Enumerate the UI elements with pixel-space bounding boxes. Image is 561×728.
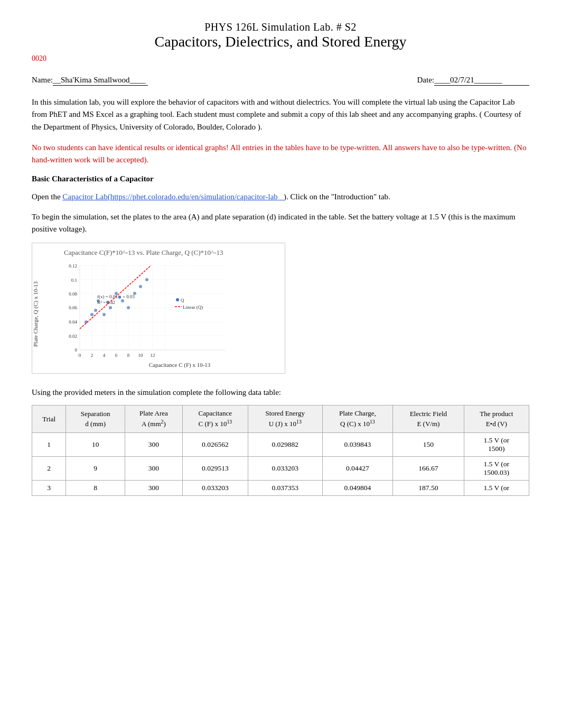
svg-text:6: 6 [115,353,118,358]
col-header-separation: Separationd (mm) [66,406,125,433]
svg-point-40 [145,278,148,281]
table-cell: 1 [32,432,66,456]
svg-point-37 [127,306,130,309]
svg-point-31 [90,313,94,316]
warning-text: No two students can have identical resul… [32,142,529,167]
table-cell: 0.049804 [322,480,393,495]
page-main-title: Capacitors, Dielectrics, and Stored Ener… [32,33,529,50]
date-label: Date: [417,76,434,85]
name-date-row: Name: __Sha'Kima Smallwood____ Date: ___… [32,76,529,86]
chart-area: Plate Charge, Q (C) x 10-13 [32,260,279,368]
link-url: https://phet.colorado.edu/en/simulation/… [110,192,278,201]
svg-text:0.1: 0.1 [71,278,77,283]
table-cell: 0.026562 [182,432,248,456]
col-header-product: The productE•d (V) [464,406,529,433]
doc-id: 0020 [32,54,529,63]
svg-text:0.08: 0.08 [69,291,77,297]
svg-point-39 [139,285,142,288]
page-title-block: PHYS 126L Simulation Lab. # S2 Capacitor… [32,21,529,50]
svg-text:R² = 0.42: R² = 0.42 [97,300,115,305]
table-cell: 300 [125,480,182,495]
intro-paragraph: In this simulation lab, you will explore… [32,96,529,133]
col-header-capacitance: CapacitanceC (F) x 1013 [182,406,248,433]
svg-text:0: 0 [79,353,81,358]
svg-text:10: 10 [138,353,144,358]
table-cell: 0.04427 [322,456,393,480]
svg-point-47 [176,298,179,301]
table-cell: 300 [125,432,182,456]
instruction1-post: ). Click on the "Introduction" tab. [284,192,390,201]
section-heading: Basic Characteristics of a Capacitor [32,174,529,183]
date-value: ____02/7/21_______ [434,76,529,86]
svg-text:0: 0 [75,347,78,353]
col-header-efield: Electric FieldE (V/m) [393,406,464,433]
svg-text:0.02: 0.02 [69,334,77,339]
chart-inner: 0.12 0.1 0.08 0.06 0.04 0.02 0 0 2 4 6 8… [61,260,279,368]
svg-text:f(x) = 0.01 x + 0.03: f(x) = 0.01 x + 0.03 [97,294,135,299]
table-row: 383000.0332030.0373530.049804187.501.5 V… [32,480,529,495]
data-table: Trial Separationd (mm) Plate AreaA (mm2)… [32,405,529,496]
col-header-energy: Stored EnergyU (J) x 1013 [248,406,322,433]
table-cell: 2 [32,456,66,480]
table-cell: 0.029882 [248,432,322,456]
table-cell: 0.037353 [248,480,322,495]
col-header-area: Plate AreaA (mm2) [125,406,182,433]
name-section: Name: __Sha'Kima Smallwood____ [32,76,148,86]
svg-point-34 [109,306,112,309]
svg-point-36 [121,299,124,302]
table-cell: 187.50 [393,480,464,495]
instruction1-pre: Open the [32,192,62,201]
table-cell: 1.5 V (or 1500.03) [464,456,529,480]
data-table-section: Using the provided meters in the simulat… [32,386,529,496]
svg-text:4: 4 [103,353,106,358]
table-cell: 0.033203 [248,456,322,480]
capacitor-lab-link[interactable]: Capacitor Lab(https://phet.colorado.edu/… [62,192,284,201]
col-header-trial: Trial [32,406,66,433]
table-cell: 10 [66,432,125,456]
svg-text:2: 2 [91,353,94,358]
col-header-charge: Plate Charge,Q (C) x 1013 [322,406,393,433]
chart-container: Capacitance C(F)*10^-13 vs. Plate Charge… [32,243,285,374]
table-cell: 0.033203 [182,480,248,495]
name-label: Name: [32,76,53,85]
table-cell: 300 [125,456,182,480]
svg-text:Linear (Q): Linear (Q) [183,305,203,310]
svg-text:Q: Q [181,298,184,303]
svg-text:0.12: 0.12 [69,263,77,269]
table-row: 1103000.0265620.0298820.0398431501.5 V (… [32,432,529,456]
table-cell: 1.5 V (or 1500) [464,432,529,456]
name-value: __Sha'Kima Smallwood____ [53,76,148,86]
table-cell: 150 [393,432,464,456]
table-cell: 9 [66,456,125,480]
svg-text:12: 12 [151,353,155,358]
svg-text:0.04: 0.04 [69,319,77,325]
table-cell: 8 [66,480,125,495]
x-axis-label: Capacitance C (F) x 10-13 [80,362,279,368]
svg-point-33 [102,313,106,316]
table-cell: 0.029513 [182,456,248,480]
instruction1: Open the Capacitor Lab(https://phet.colo… [32,191,529,203]
table-row: 293000.0295130.0332030.04427166.671.5 V … [32,456,529,480]
table-cell: 0.039843 [322,432,393,456]
table-cell: 1.5 V (or [464,480,529,495]
table-header-row: Trial Separationd (mm) Plate AreaA (mm2)… [32,406,529,433]
page-subtitle: PHYS 126L Simulation Lab. # S2 [32,21,529,33]
svg-point-41 [94,309,97,312]
chart-title: Capacitance C(F)*10^-13 vs. Plate Charge… [64,248,279,257]
table-cell: 3 [32,480,66,495]
table-intro: Using the provided meters in the simulat… [32,386,529,399]
chart-svg: 0.12 0.1 0.08 0.06 0.04 0.02 0 0 2 4 6 8… [61,260,241,361]
svg-text:0.06: 0.06 [69,305,77,310]
instruction2: To begin the simulation, set the plates … [32,211,529,236]
date-section: Date: ____02/7/21_______ [417,76,529,86]
svg-text:8: 8 [127,353,130,358]
y-axis-label: Plate Charge, Q (C) x 10-13 [32,260,61,368]
table-cell: 166.67 [393,456,464,480]
